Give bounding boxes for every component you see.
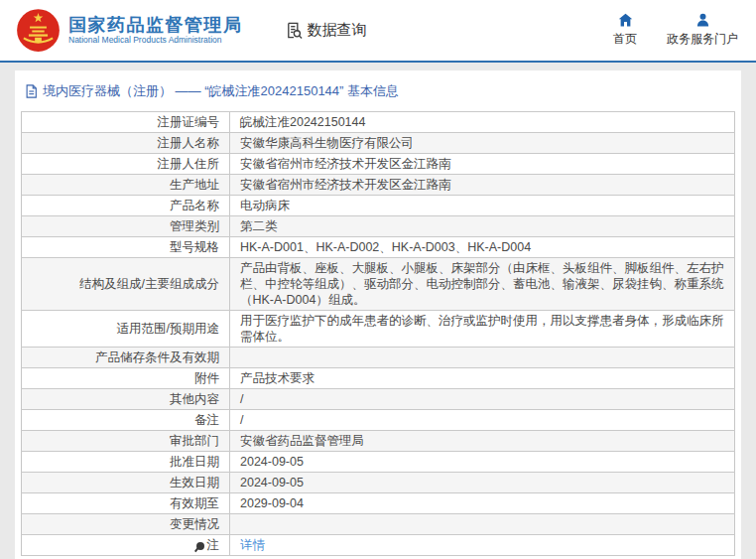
- nmpa-logo[interactable]: 国家药品监督管理局 National Medical Products Admi…: [16, 8, 243, 53]
- person-icon: [695, 13, 710, 27]
- row-label: 有效期至: [22, 493, 230, 514]
- nav-home[interactable]: 首页: [613, 13, 637, 48]
- table-row: 管理类别第二类: [22, 216, 735, 237]
- nav-data-query-label: 数据查询: [308, 21, 367, 40]
- row-label: 适用范围/预期用途: [22, 311, 230, 348]
- row-value: 安徽华康高科生物医疗有限公司: [230, 133, 735, 154]
- row-label: 备注: [22, 410, 230, 431]
- document-icon: [25, 84, 38, 98]
- house-icon: [618, 13, 633, 27]
- table-row: 适用范围/预期用途用于医疗监护下的成年患者的诊断、治疗或监护时使用，用以支撑患者…: [22, 311, 735, 348]
- row-label: 审批部门: [22, 431, 230, 452]
- table-row: 注详情: [22, 535, 735, 556]
- row-value: [230, 514, 735, 535]
- row-value: 产品技术要求: [230, 368, 735, 389]
- row-label: 注册人名称: [22, 133, 230, 154]
- info-table: 注册证编号皖械注准20242150144注册人名称安徽华康高科生物医疗有限公司注…: [21, 111, 735, 556]
- row-label: 管理类别: [22, 216, 230, 237]
- row-value: 皖械注准20242150144: [230, 112, 735, 133]
- row-value: HK-A-D001、HK-A-D002、HK-A-D003、HK-A-D004: [230, 237, 735, 258]
- row-value: 产品由背板、座板、大腿板、小腿板、床架部分（由床框、头板组件、脚板组件、左右护栏…: [230, 258, 735, 311]
- table-row: 型号规格HK-A-D001、HK-A-D002、HK-A-D003、HK-A-D…: [22, 237, 735, 258]
- row-label: 生产地址: [22, 175, 230, 196]
- row-label: 注册人住所: [22, 154, 230, 175]
- nav-portal-label: 政务服务门户: [667, 31, 738, 48]
- site-subtitle: National Medical Products Administration: [68, 35, 243, 46]
- table-row: 注册人名称安徽华康高科生物医疗有限公司: [22, 133, 735, 154]
- row-label: 变更情况: [22, 514, 230, 535]
- row-value: 2024-09-05: [230, 473, 735, 493]
- row-label: 生效日期: [22, 473, 230, 493]
- row-value: 2024-09-05: [230, 452, 735, 473]
- row-value: 安徽省宿州市经济技术开发区金江路南: [230, 154, 735, 175]
- table-row: 注册证编号皖械注准20242150144: [22, 112, 735, 133]
- nav-data-query[interactable]: 数据查询: [285, 21, 367, 40]
- table-row: 附件产品技术要求: [22, 368, 735, 389]
- table-row: 审批部门安徽省药品监督管理局: [22, 431, 735, 452]
- table-row: 产品储存条件及有效期: [22, 348, 735, 368]
- row-value: /: [230, 410, 735, 431]
- nav-portal[interactable]: 政务服务门户: [667, 13, 738, 48]
- row-value: 详情: [230, 535, 735, 556]
- row-label: 产品名称: [22, 196, 230, 216]
- row-label: 注: [22, 535, 230, 556]
- page-title: 境内医疗器械（注册） —— “皖械注准20242150144” 基本信息: [43, 82, 399, 100]
- nav-home-label: 首页: [613, 31, 637, 48]
- table-row: 有效期至2029-09-04: [22, 493, 735, 514]
- table-row: 其他内容/: [22, 389, 735, 410]
- site-title: 国家药品监督管理局: [68, 15, 243, 35]
- table-row: 生效日期2024-09-05: [22, 473, 735, 493]
- info-table-body: 注册证编号皖械注准20242150144注册人名称安徽华康高科生物医疗有限公司注…: [22, 112, 735, 556]
- row-value: 用于医疗监护下的成年患者的诊断、治疗或监护时使用，用以支撑患者身体，形成临床所需…: [230, 311, 735, 348]
- detail-link[interactable]: 详情: [240, 538, 265, 552]
- table-row: 结构及组成/主要组成成分产品由背板、座板、大腿板、小腿板、床架部分（由床框、头板…: [22, 258, 735, 311]
- table-row: 备注/: [22, 410, 735, 431]
- row-label: 结构及组成/主要组成成分: [22, 258, 230, 311]
- balloon-note-icon: [196, 542, 204, 550]
- row-value: 安徽省药品监督管理局: [230, 431, 735, 452]
- row-value: /: [230, 389, 735, 410]
- row-value: 安徽省宿州市经济技术开发区金江路南: [230, 175, 735, 196]
- breadcrumb: 境内医疗器械（注册） —— “皖械注准20242150144” 基本信息: [21, 74, 735, 111]
- document-search-icon: [285, 21, 304, 40]
- row-value: [230, 348, 735, 368]
- row-label: 附件: [22, 368, 230, 389]
- site-header: 国家药品监督管理局 National Medical Products Admi…: [0, 0, 756, 63]
- national-emblem-icon: [16, 8, 61, 53]
- table-row: 产品名称电动病床: [22, 196, 735, 216]
- row-label: 型号规格: [22, 237, 230, 258]
- row-label: 注册证编号: [22, 112, 230, 133]
- row-value: 2029-09-04: [230, 493, 735, 514]
- table-row: 生产地址安徽省宿州市经济技术开发区金江路南: [22, 175, 735, 196]
- row-value: 第二类: [230, 216, 735, 237]
- row-label: 产品储存条件及有效期: [22, 348, 230, 368]
- content-card: 境内医疗器械（注册） —— “皖械注准20242150144” 基本信息 注册证…: [15, 70, 741, 559]
- row-value: 电动病床: [230, 196, 735, 216]
- table-row: 批准日期2024-09-05: [22, 452, 735, 473]
- row-label: 批准日期: [22, 452, 230, 473]
- table-row: 变更情况: [22, 514, 735, 535]
- row-label: 其他内容: [22, 389, 230, 410]
- table-row: 注册人住所安徽省宿州市经济技术开发区金江路南: [22, 154, 735, 175]
